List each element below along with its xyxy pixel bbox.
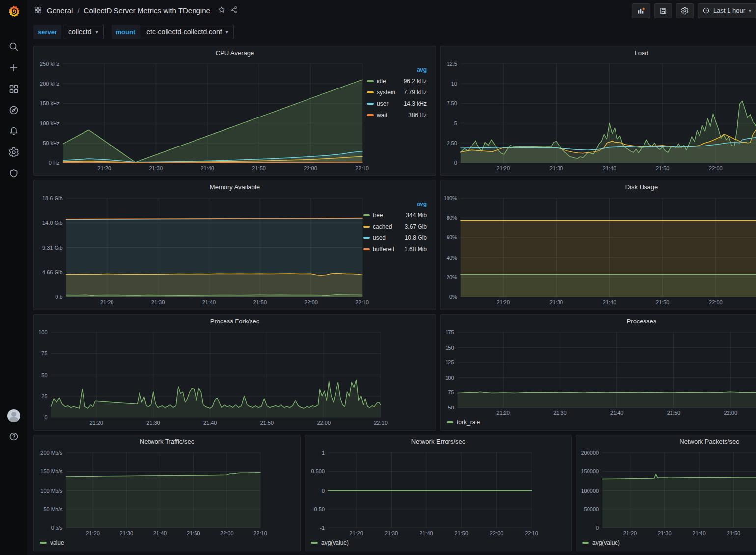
panel-title[interactable]: CPU Average — [34, 46, 436, 60]
chart-svg[interactable]: 02.5057.501012.521:2021:3021:4021:5022:0… — [443, 60, 756, 173]
save-dashboard-button[interactable] — [654, 3, 672, 18]
svg-text:175: 175 — [445, 329, 454, 335]
svg-text:50000: 50000 — [584, 506, 599, 512]
dashboard-settings-button[interactable] — [676, 3, 694, 18]
chart-svg[interactable]: 0%20%40%60%80%100%21:2021:3021:4021:5022… — [443, 194, 756, 307]
legend-series-label[interactable]: user — [377, 100, 404, 107]
svg-text:22:10: 22:10 — [525, 530, 538, 536]
chart-load[interactable]: 02.5057.501012.521:2021:3021:4021:5022:0… — [443, 60, 756, 173]
panel-title[interactable]: Process Fork/sec — [34, 315, 436, 328]
time-range-button[interactable]: Last 1 hour ▾ — [698, 3, 756, 18]
variable-server-label[interactable]: server — [33, 25, 61, 39]
svg-text:21:30: 21:30 — [658, 530, 672, 536]
legend-series-label[interactable]: fork_rate — [457, 419, 480, 426]
variable-server-value[interactable]: collectd▾ — [63, 25, 104, 39]
svg-text:21:40: 21:40 — [203, 420, 217, 426]
svg-text:22:00: 22:00 — [709, 165, 723, 171]
legend-series-avg-value: 386 Hz — [404, 112, 427, 118]
legend-swatch — [367, 91, 374, 93]
svg-text:21:50: 21:50 — [454, 530, 468, 536]
svg-text:21:20: 21:20 — [623, 530, 637, 536]
chart-svg[interactable]: 0 Hz50 kHz100 kHz150 kHz200 kHz250 kHz21… — [36, 60, 370, 173]
time-picker-group: Last 1 hour ▾ — [698, 3, 756, 18]
breadcrumb-section[interactable]: General — [47, 6, 73, 15]
alerting-bell-icon[interactable] — [8, 126, 19, 137]
svg-text:75: 75 — [41, 351, 47, 356]
legend-series-label[interactable]: system — [377, 89, 404, 96]
chart-network-traffic[interactable]: 0 b/s50 Mb/s100 Mb/s150 Mb/s200 Mb/s21:2… — [36, 449, 298, 538]
panel-title[interactable]: Network Packets/sec — [576, 435, 756, 449]
dashboard-title[interactable]: CollectD Server Metrics with TDengine — [84, 6, 210, 15]
chart-cpu-average[interactable]: 0 Hz50 kHz100 kHz150 kHz200 kHz250 kHz21… — [36, 60, 365, 173]
clock-icon — [702, 7, 710, 14]
panel-title[interactable]: Processes — [441, 315, 756, 328]
legend-series-label[interactable]: avg(value) — [592, 539, 620, 546]
legend-series-label[interactable]: idle — [377, 78, 404, 85]
svg-text:1: 1 — [322, 450, 325, 456]
svg-text:21:50: 21:50 — [187, 530, 200, 536]
variable-mount-label[interactable]: mount — [112, 25, 140, 39]
add-panel-button[interactable] — [632, 3, 650, 18]
panel-network-errors: Network Errors/sec -1-0.5000.500121:2021… — [305, 435, 572, 551]
svg-text:21:30: 21:30 — [550, 299, 563, 305]
panel-title[interactable]: Disk Usage — [441, 180, 756, 194]
chevron-down-icon: ▾ — [96, 29, 98, 35]
share-icon[interactable] — [230, 6, 238, 15]
svg-text:100%: 100% — [444, 195, 457, 201]
server-admin-shield-icon[interactable] — [8, 168, 19, 179]
panel-title[interactable]: Memory Available — [34, 180, 436, 194]
legend-network-traffic: value — [36, 538, 298, 548]
explore-compass-icon[interactable] — [8, 105, 19, 116]
chart-svg[interactable]: 025507510021:2021:3021:4021:5022:0022:10 — [36, 328, 389, 427]
chart-svg[interactable]: 0 b4.66 Gib9.31 Gib14.0 Gib18.6 Gib21:20… — [36, 194, 370, 307]
svg-text:-1: -1 — [320, 525, 325, 531]
svg-text:21:20: 21:20 — [86, 530, 100, 536]
legend-series-label[interactable]: buffered — [373, 246, 404, 253]
legend-series-label[interactable]: wait — [377, 112, 404, 118]
grafana-logo[interactable] — [0, 0, 27, 23]
legend-swatch — [367, 80, 374, 82]
panel-title[interactable]: Network Errors/sec — [305, 435, 571, 449]
chart-svg[interactable]: 0 b/s50 Mb/s100 Mb/s150 Mb/s200 Mb/s21:2… — [36, 449, 268, 538]
legend-series-label[interactable]: value — [50, 539, 64, 546]
help-icon[interactable] — [8, 431, 19, 442]
legend-series-label[interactable]: avg(value) — [321, 539, 349, 546]
chart-process-fork[interactable]: 025507510021:2021:3021:4021:5022:0022:10 — [36, 328, 434, 427]
star-icon[interactable] — [218, 6, 225, 15]
search-icon[interactable] — [8, 41, 19, 52]
chart-svg[interactable]: 507510012515017521:2021:3021:4021:5022:0… — [443, 328, 756, 417]
variable-mount-value[interactable]: etc-collectd-collectd.conf▾ — [141, 25, 233, 39]
legend-series-label[interactable]: cached — [373, 223, 404, 230]
legend-series-label[interactable]: free — [373, 212, 404, 219]
legend-series-avg-value: 3.67 Gib — [404, 223, 427, 230]
svg-text:21:40: 21:40 — [603, 165, 616, 171]
svg-text:22:10: 22:10 — [253, 530, 267, 536]
chevron-down-icon: ▾ — [749, 8, 751, 13]
panel-title[interactable]: Network Traffic/sec — [34, 435, 300, 449]
svg-text:-0.50: -0.50 — [312, 506, 325, 512]
chart-svg[interactable]: 05000010000015000020000021:2021:3021:402… — [578, 449, 756, 538]
svg-text:21:20: 21:20 — [89, 420, 103, 426]
panel-title[interactable]: Load — [441, 46, 756, 60]
variables-submenu: server collectd▾ mount etc-collectd-coll… — [27, 22, 756, 43]
create-plus-icon[interactable] — [8, 62, 19, 73]
chart-memory-available[interactable]: 0 b4.66 Gib9.31 Gib14.0 Gib18.6 Gib21:20… — [36, 194, 361, 307]
svg-text:14.0 Gib: 14.0 Gib — [42, 220, 63, 226]
chart-svg[interactable]: -1-0.5000.500121:2021:3021:4021:5022:002… — [307, 449, 539, 538]
legend-swatch — [40, 542, 47, 544]
configuration-gear-icon[interactable] — [8, 147, 19, 158]
dashboards-icon[interactable] — [8, 84, 19, 94]
chart-network-errors[interactable]: -1-0.5000.500121:2021:3021:4021:5022:002… — [307, 449, 569, 538]
chart-network-packets[interactable]: 05000010000015000020000021:2021:3021:402… — [578, 449, 756, 538]
svg-text:150 kHz: 150 kHz — [40, 100, 59, 106]
chart-disk-usage[interactable]: 0%20%40%60%80%100%21:2021:3021:4021:5022… — [443, 194, 756, 307]
svg-text:21:40: 21:40 — [610, 410, 624, 416]
svg-text:21:40: 21:40 — [420, 530, 433, 536]
dashboard-grid: CPU Average 0 Hz50 kHz100 kHz150 kHz200 … — [27, 43, 756, 555]
svg-text:100: 100 — [445, 375, 454, 380]
svg-text:22:00: 22:00 — [304, 299, 318, 305]
svg-text:5: 5 — [454, 120, 457, 126]
user-avatar[interactable] — [7, 409, 20, 422]
legend-series-label[interactable]: used — [373, 234, 404, 241]
chart-processes[interactable]: 507510012515017521:2021:3021:4021:5022:0… — [443, 328, 756, 417]
